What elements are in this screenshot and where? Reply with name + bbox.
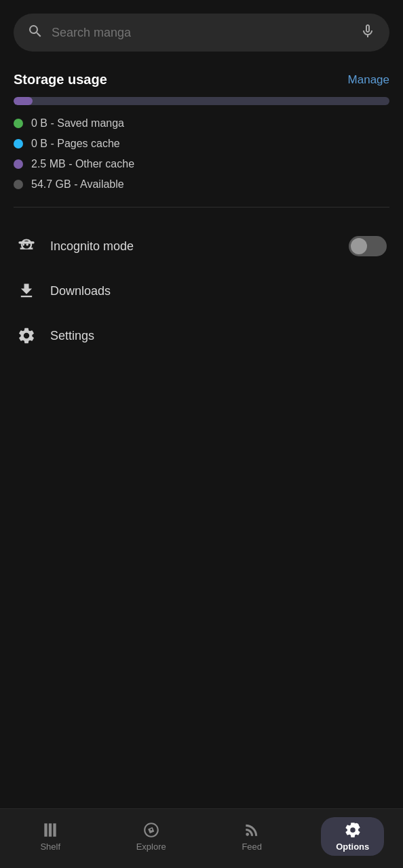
other-cache-dot [14,159,23,169]
storage-title: Storage usage [14,72,107,87]
downloads-label: Downloads [50,284,387,298]
list-item: 0 B - Saved manga [14,117,389,130]
list-item: 54.7 GB - Available [14,178,389,191]
nav-item-explore[interactable]: Explore [101,821,202,852]
incognito-label: Incognito mode [50,239,335,254]
storage-bar-fill [14,97,33,105]
options-label: Options [336,842,369,852]
manage-button[interactable]: Manage [348,73,389,87]
downloads-menu-item[interactable]: Downloads [14,269,389,313]
available-label: 54.7 GB - Available [31,178,124,191]
svg-rect-0 [18,241,34,244]
shelf-label: Shelf [40,842,60,852]
menu-items: Incognito mode Downloads Settings [14,224,389,358]
options-icon [344,821,362,839]
divider [14,207,389,208]
nav-item-shelf[interactable]: Shelf [0,821,101,852]
storage-bar [14,97,389,105]
incognito-toggle[interactable] [349,236,387,256]
storage-section: Storage usage Manage 0 B - Saved manga 0… [14,72,389,191]
pages-cache-label: 0 B - Pages cache [31,138,120,150]
explore-label: Explore [136,842,166,852]
storage-items: 0 B - Saved manga 0 B - Pages cache 2.5 … [14,117,389,191]
list-item: 2.5 MB - Other cache [14,158,389,170]
settings-icon [16,326,37,346]
nav-item-feed[interactable]: Feed [202,821,303,852]
feed-icon [243,821,261,839]
saved-manga-dot [14,119,23,128]
nav-item-options[interactable]: Options [303,817,404,856]
settings-menu-item[interactable]: Settings [14,313,389,358]
list-item: 0 B - Pages cache [14,138,389,150]
search-input[interactable] [52,26,351,40]
shelf-icon [41,821,59,839]
available-dot [14,180,23,189]
bottom-nav: Shelf Explore Feed Options [0,808,403,868]
search-bar[interactable] [14,14,389,52]
other-cache-label: 2.5 MB - Other cache [31,158,134,170]
search-icon [27,23,43,42]
feed-label: Feed [242,842,262,852]
saved-manga-label: 0 B - Saved manga [31,117,124,130]
toggle-knob [351,238,367,254]
settings-label: Settings [50,329,387,343]
explore-icon [142,821,160,839]
incognito-icon [16,236,37,256]
downloads-icon [16,281,37,301]
incognito-menu-item[interactable]: Incognito mode [14,224,389,269]
microphone-icon[interactable] [360,23,376,42]
pages-cache-dot [14,139,23,149]
